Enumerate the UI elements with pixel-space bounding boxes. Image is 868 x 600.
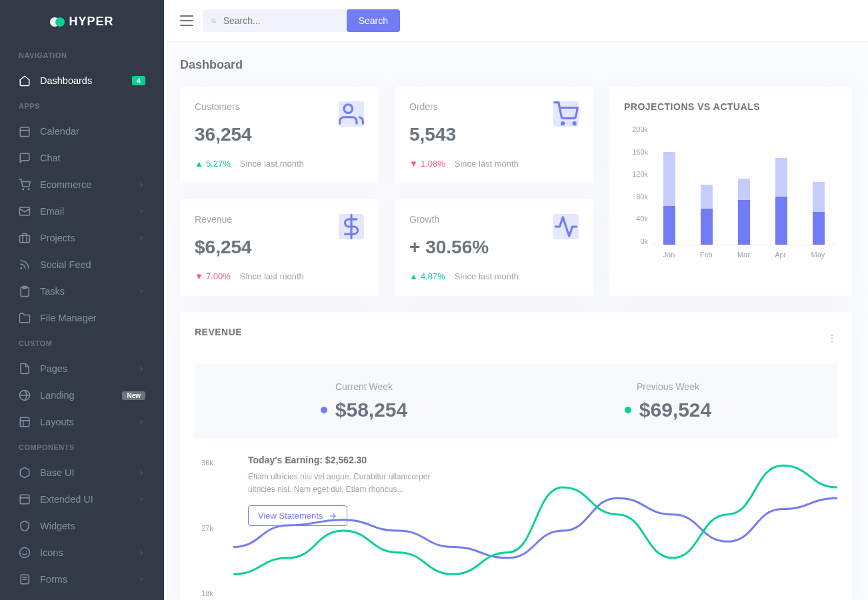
search-box: Search xyxy=(203,9,400,32)
sidebar-item-label: Extended UI xyxy=(40,494,137,505)
sidebar-item-extended-ui[interactable]: Extended UI xyxy=(0,486,164,513)
earning-title: Today's Earning: $2,562.30 xyxy=(248,455,448,465)
projections-card: PROJECTIONS VS ACTUALS 200k160k120k80k40… xyxy=(609,87,852,296)
nav-section-title: APPS xyxy=(0,94,164,118)
svg-point-24 xyxy=(344,105,353,113)
previous-week-label: Previous Week xyxy=(625,381,711,392)
projections-chart xyxy=(651,125,837,245)
current-week-label: Current Week xyxy=(321,381,407,392)
users-icon xyxy=(339,101,364,127)
home-icon xyxy=(19,75,31,87)
sidebar-item-tasks[interactable]: Tasks xyxy=(0,278,164,305)
chevron-right-icon xyxy=(137,365,145,373)
sidebar-item-ecommerce[interactable]: Ecommerce xyxy=(0,171,164,198)
cart-icon xyxy=(553,101,579,127)
sidebar-item-label: Chat xyxy=(40,153,145,163)
sidebar-item-layouts[interactable]: Layouts xyxy=(0,409,164,435)
pulse-icon xyxy=(553,214,579,239)
sidebar-item-base-ui[interactable]: Base UI xyxy=(0,459,164,486)
sidebar-item-label: Layouts xyxy=(40,417,137,427)
stat-card-growth: Growth + 30.56% ▲ 4.87% Since last month xyxy=(395,199,593,296)
svg-point-6 xyxy=(21,268,22,269)
logo-icon xyxy=(50,15,63,29)
form-icon xyxy=(19,573,31,585)
sidebar-item-landing[interactable]: Landing New xyxy=(0,382,164,409)
chevron-right-icon xyxy=(137,495,145,503)
sidebar-item-pages[interactable]: Pages xyxy=(0,355,164,382)
stat-change: 4.87% xyxy=(421,271,445,281)
svg-point-30 xyxy=(831,341,833,343)
svg-rect-0 xyxy=(20,127,29,137)
globe-icon xyxy=(19,389,31,401)
dollar-icon xyxy=(339,214,364,239)
previous-week-value: $69,524 xyxy=(639,399,711,421)
page-title: Dashboard xyxy=(180,58,852,72)
svg-point-29 xyxy=(831,338,833,339)
sidebar-item-label: Base UI xyxy=(40,467,137,478)
chevron-right-icon xyxy=(137,207,145,215)
svg-rect-11 xyxy=(20,417,29,427)
briefcase-icon xyxy=(19,232,31,244)
stat-value: $6,254 xyxy=(195,237,364,258)
svg-point-16 xyxy=(20,548,30,558)
current-week-value: $58,254 xyxy=(335,399,407,421)
mail-icon xyxy=(19,205,31,217)
sidebar-item-chat[interactable]: Chat xyxy=(0,145,164,171)
view-statements-button[interactable]: View Statements xyxy=(248,505,347,526)
sidebar-item-label: Forms xyxy=(40,574,137,585)
menu-toggle-icon[interactable] xyxy=(180,15,193,26)
sidebar-item-widgets[interactable]: Widgets xyxy=(0,513,164,539)
sidebar-item-file-manager[interactable]: File Manager xyxy=(0,305,164,331)
sidebar-item-icons[interactable]: Icons xyxy=(0,539,164,566)
stat-since: Since last month xyxy=(240,271,304,281)
svg-point-2 xyxy=(23,189,24,190)
projections-title: PROJECTIONS VS ACTUALS xyxy=(624,101,837,112)
badge-new: New xyxy=(122,391,145,400)
sidebar-item-forms[interactable]: Forms xyxy=(0,566,164,593)
arrow-down-icon: ▼ xyxy=(195,271,203,281)
sidebar-item-label: Icons xyxy=(40,547,137,558)
arrow-down-icon: ▼ xyxy=(409,159,418,169)
sidebar-item-label: Ecommerce xyxy=(40,179,137,190)
chevron-right-icon xyxy=(137,234,145,242)
revenue-card: REVENUE Current Week $58,254 Previous We… xyxy=(180,312,852,600)
sidebar-item-calendar[interactable]: Calendar xyxy=(0,118,164,145)
cart-icon xyxy=(19,179,31,191)
search-input[interactable] xyxy=(217,9,347,32)
svg-rect-5 xyxy=(20,235,30,243)
sidebar-item-dashboards[interactable]: Dashboards 4 xyxy=(0,67,164,94)
sidebar-item-projects[interactable]: Projects xyxy=(0,225,164,251)
search-button[interactable]: Search xyxy=(347,9,400,32)
logo[interactable]: HYPER xyxy=(0,0,164,43)
stat-change: 1.08% xyxy=(421,159,445,169)
stat-card-customers: Customers 36,254 ▲ 5.27% Since last mont… xyxy=(180,87,379,183)
stat-change: 5.27% xyxy=(206,159,231,169)
chevron-right-icon xyxy=(137,469,145,477)
rss-icon xyxy=(19,259,31,271)
stat-card-revenue: Revenue $6,254 ▼ 7.00% Since last month xyxy=(180,199,379,296)
badge: 4 xyxy=(132,76,145,85)
sidebar-item-email[interactable]: Email xyxy=(0,198,164,225)
chat-icon xyxy=(19,152,31,164)
sidebar-item-label: Widgets xyxy=(40,521,145,531)
stat-value: 36,254 xyxy=(195,124,364,145)
dot-icon xyxy=(625,407,631,413)
widget-icon xyxy=(19,520,31,532)
chevron-right-icon xyxy=(137,575,145,583)
folder-icon xyxy=(19,312,31,324)
layout-icon xyxy=(19,416,31,428)
svg-point-25 xyxy=(562,123,564,125)
package-icon xyxy=(19,493,31,505)
sidebar-item-social-feed[interactable]: Social Feed xyxy=(0,251,164,278)
logo-text: HYPER xyxy=(69,15,113,29)
sidebar-item-label: Email xyxy=(40,206,137,217)
calendar-icon xyxy=(19,125,31,137)
revenue-title: REVENUE xyxy=(195,327,242,337)
nav-section-title: COMPONENTS xyxy=(0,435,164,459)
sidebar-item-label: Social Feed xyxy=(40,259,145,270)
svg-point-26 xyxy=(573,123,575,125)
stat-change: 7.00% xyxy=(206,271,231,281)
chevron-right-icon xyxy=(137,418,145,426)
sidebar-item-label: Projects xyxy=(40,233,137,243)
more-icon[interactable] xyxy=(827,333,837,344)
